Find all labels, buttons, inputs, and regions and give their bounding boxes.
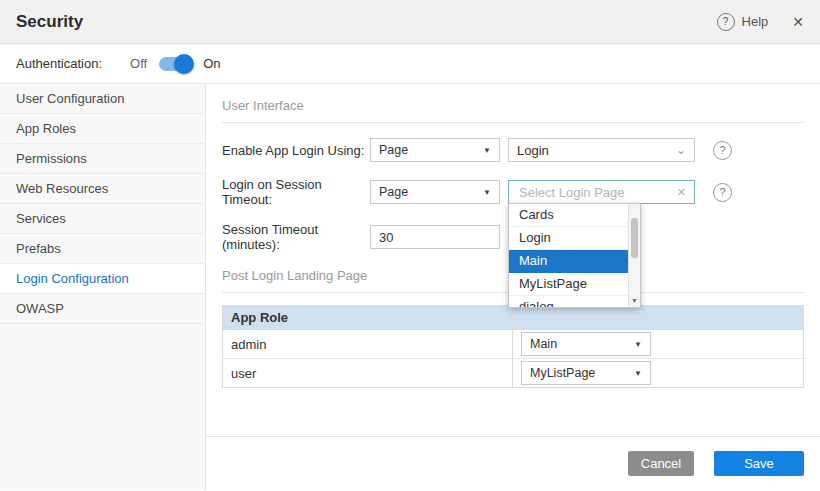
landing-page-column-header [513, 306, 803, 329]
table-row: admin Main ▼ [223, 330, 803, 359]
help-circle-icon[interactable]: ? [713, 183, 732, 202]
login-configuration-panel: User Interface Enable App Login Using: P… [206, 84, 820, 490]
dialog-body: User Configuration App Roles Permissions… [0, 84, 820, 490]
select-login-page-input[interactable] [517, 184, 677, 201]
sidebar-item-prefabs[interactable]: Prefabs [0, 234, 205, 264]
enable-app-login-row: Enable App Login Using: Page ▼ Login ⌄ ? [222, 138, 804, 162]
authentication-bar: Authentication: Off On [0, 44, 820, 84]
titlebar-actions: ? Help ✕ [717, 13, 804, 31]
caret-down-icon: ▼ [634, 369, 642, 378]
session-timeout-label: Session Timeout (minutes): [222, 222, 370, 252]
user-landing-page-value: MyListPage [530, 366, 595, 380]
clear-icon[interactable]: ✕ [677, 186, 686, 199]
titlebar: Security ? Help ✕ [0, 0, 820, 44]
select-login-page-combo: ✕ [508, 180, 695, 204]
caret-down-icon: ▼ [483, 188, 491, 197]
security-dialog: Security ? Help ✕ Authentication: Off On… [0, 0, 820, 491]
section-title-user-interface: User Interface [222, 98, 804, 123]
enable-app-login-label: Enable App Login Using: [222, 143, 370, 158]
app-login-page-value: Login [517, 143, 549, 158]
app-role-table: App Role admin Main ▼ user [222, 305, 804, 388]
sidebar-item-login-configuration[interactable]: Login Configuration [0, 264, 205, 294]
admin-landing-page-select[interactable]: Main ▼ [521, 332, 651, 356]
dropdown-option-login[interactable]: Login [509, 227, 640, 250]
toggle-thumb [174, 54, 194, 74]
user-landing-page-select[interactable]: MyListPage ▼ [521, 361, 651, 385]
close-icon[interactable]: ✕ [792, 14, 804, 30]
session-timeout-input[interactable] [370, 225, 500, 249]
dropdown-option-main[interactable]: Main [509, 250, 640, 273]
sidebar-item-permissions[interactable]: Permissions [0, 144, 205, 174]
sidebar-item-services[interactable]: Services [0, 204, 205, 234]
role-cell: user [223, 359, 513, 387]
table-row: user MyListPage ▼ [223, 359, 803, 387]
dropdown-option-mylistpage[interactable]: MyListPage [509, 273, 640, 296]
dialog-footer: Cancel Save [206, 436, 820, 490]
toggle-on-label: On [203, 56, 220, 71]
help-icon[interactable]: ? [717, 13, 735, 31]
table-header-row: App Role [223, 306, 803, 330]
app-login-type-value: Page [379, 143, 408, 157]
scrollbar-thumb[interactable] [631, 218, 638, 258]
landing-page-cell: MyListPage ▼ [513, 359, 803, 387]
sidebar-item-user-configuration[interactable]: User Configuration [0, 84, 205, 114]
sidebar: User Configuration App Roles Permissions… [0, 84, 206, 490]
authentication-label: Authentication: [16, 56, 102, 71]
timeout-login-type-value: Page [379, 185, 408, 199]
dropdown-scrollbar[interactable]: ▾ [628, 204, 640, 307]
timeout-login-type-select[interactable]: Page ▼ [370, 180, 500, 204]
app-login-type-select[interactable]: Page ▼ [370, 138, 500, 162]
sidebar-item-app-roles[interactable]: App Roles [0, 114, 205, 144]
caret-down-icon: ▼ [634, 340, 642, 349]
chevron-down-icon: ⌄ [676, 145, 686, 155]
help-link[interactable]: Help [742, 14, 769, 29]
scroll-down-icon[interactable]: ▾ [629, 295, 640, 307]
admin-landing-page-value: Main [530, 337, 557, 351]
landing-page-cell: Main ▼ [513, 330, 803, 358]
page-title: Security [16, 12, 83, 32]
cancel-button[interactable]: Cancel [628, 451, 694, 476]
app-role-column-header: App Role [223, 306, 513, 329]
app-login-page-select[interactable]: Login ⌄ [508, 138, 695, 162]
login-on-timeout-label: Login on Session Timeout: [222, 177, 370, 207]
help-circle-icon[interactable]: ? [713, 141, 732, 160]
save-button[interactable]: Save [714, 451, 804, 476]
dropdown-option-dialog[interactable]: dialog [509, 296, 640, 308]
dropdown-option-cards[interactable]: Cards [509, 204, 640, 227]
sidebar-item-web-resources[interactable]: Web Resources [0, 174, 205, 204]
sidebar-item-owasp[interactable]: OWASP [0, 294, 205, 324]
login-page-dropdown: Cards Login Main MyListPage dialog ▾ [508, 203, 641, 308]
authentication-toggle[interactable] [159, 57, 191, 71]
caret-down-icon: ▼ [483, 146, 491, 155]
role-cell: admin [223, 330, 513, 358]
toggle-off-label: Off [130, 56, 147, 71]
